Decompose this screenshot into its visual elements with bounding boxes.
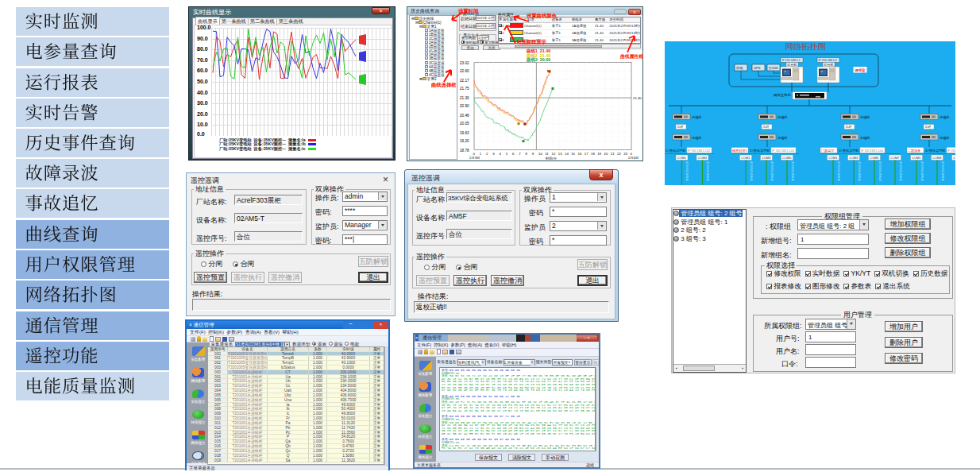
svg-text:21.75: 21.75 (460, 87, 469, 91)
svg-text:调度室: 调度室 (855, 68, 866, 72)
svg-text:多功能仪表电表: 多功能仪表电表 (685, 161, 689, 182)
svg-text:2#通讯管理机: 2#通讯管理机 (750, 149, 770, 153)
svg-text:18: 18 (591, 152, 595, 156)
svg-text:IP 192.168.1.103: IP 192.168.1.103 (772, 149, 794, 153)
svg-text:多功能仪表电表: 多功能仪表电表 (878, 161, 882, 182)
svg-text:光端机: 光端机 (939, 136, 950, 140)
svg-text:光纤: 光纤 (924, 125, 932, 129)
svg-text:光端机: 光端机 (777, 136, 788, 140)
svg-text:COM3: COM3 (762, 156, 771, 160)
svg-text:COM1: COM1 (677, 156, 687, 160)
svg-text:21.30: 21.30 (633, 96, 642, 100)
svg-text:楼层对讲1: 楼层对讲1 (732, 149, 747, 153)
svg-text:COM3: COM3 (698, 156, 708, 160)
svg-text:16: 16 (578, 152, 582, 156)
svg-text:IP 192.168.1.2: IP 192.168.1.2 (819, 59, 837, 62)
svg-text:IP 192.168.1.1: IP 192.168.1.1 (782, 59, 801, 62)
svg-text:IP 192.168.1.105: IP 192.168.1.105 (947, 149, 955, 153)
svg-text:14: 14 (565, 152, 569, 156)
svg-text:多功能仪表电表: 多功能仪表电表 (837, 161, 841, 182)
svg-text:20.90: 20.90 (460, 104, 469, 108)
svg-text:多功能仪表电表: 多功能仪表电表 (920, 161, 924, 182)
svg-text:门禁监控: 门禁监控 (821, 149, 834, 153)
svg-text:1#通讯管理机: 1#通讯管理机 (666, 149, 686, 153)
svg-text:13: 13 (558, 152, 562, 156)
svg-text:多功能仪表电表: 多功能仪表电表 (858, 161, 862, 182)
svg-text:COM3: COM3 (849, 156, 858, 160)
svg-text:22.17: 22.17 (460, 79, 469, 83)
svg-text:光纤: 光纤 (845, 125, 852, 129)
svg-text:22: 22 (617, 152, 621, 156)
svg-text:多功能仪表电表: 多功能仪表电表 (706, 161, 710, 182)
svg-text:光端机: 光端机 (860, 115, 870, 119)
svg-text:18.78: 18.78 (460, 149, 469, 153)
svg-text:20.05: 20.05 (460, 122, 469, 126)
svg-text:23.02: 23.02 (460, 61, 469, 65)
svg-text:3#通讯管理机: 3#通讯管理机 (839, 149, 859, 153)
svg-text:光端机: 光端机 (692, 136, 702, 140)
svg-text:多功能仪表电表: 多功能仪表电表 (791, 161, 795, 182)
svg-text:音响: 音响 (735, 66, 743, 70)
svg-text:后台机: 后台机 (787, 63, 797, 67)
svg-text:19.20: 19.20 (460, 139, 469, 143)
svg-text:COM5: COM5 (953, 156, 955, 160)
svg-text:17: 17 (585, 152, 588, 156)
svg-text:时间/分: 时间/分 (546, 157, 558, 161)
svg-text:4#通讯管理机: 4#通讯管理机 (925, 149, 946, 153)
svg-text:COM1: COM1 (741, 156, 750, 160)
svg-text:多功能仪表电表: 多功能仪表电表 (941, 161, 945, 182)
svg-text:多功能仪表电表: 多功能仪表电表 (770, 161, 774, 182)
svg-text:IP 192.168.1.102: IP 192.168.1.102 (688, 149, 710, 153)
svg-text:网络交换机: 网络交换机 (774, 93, 792, 97)
svg-text:后台机: 后台机 (824, 63, 834, 67)
svg-text:UPS: UPS (754, 66, 761, 70)
svg-text:多功能仪表电表: 多功能仪表电表 (750, 161, 754, 182)
svg-text:21: 21 (611, 152, 615, 156)
svg-text:20: 20 (604, 152, 608, 156)
svg-text:光端机: 光端机 (777, 115, 788, 119)
svg-text:IP 192.168.1.104: IP 192.168.1.104 (861, 149, 883, 153)
svg-text:19.63: 19.63 (460, 131, 469, 135)
svg-text:COM5: COM5 (782, 156, 792, 160)
svg-text:COM3: COM3 (932, 156, 942, 160)
svg-text:19: 19 (597, 152, 601, 156)
svg-text:15: 15 (571, 152, 575, 156)
svg-text:10: 10 (538, 152, 542, 156)
svg-text:22.60: 22.60 (460, 69, 469, 73)
svg-text:COM1: COM1 (828, 156, 838, 160)
svg-text:12: 12 (552, 152, 556, 156)
svg-text:二期设备: 二期设备 (908, 149, 920, 153)
svg-text:COM7: COM7 (890, 156, 900, 160)
svg-text:COM5: COM5 (870, 156, 879, 160)
svg-text:光端机: 光端机 (692, 115, 702, 119)
svg-text:光纤: 光纤 (762, 125, 770, 129)
svg-text:21.30: 21.30 (460, 96, 469, 100)
svg-text:COM1: COM1 (912, 156, 921, 160)
svg-text:20.48: 20.48 (460, 114, 469, 118)
svg-text:光纤: 光纤 (677, 125, 684, 129)
svg-text:2月3日: 2月3日 (469, 156, 480, 160)
svg-text:2月4日: 2月4日 (628, 156, 639, 160)
svg-text:23: 23 (623, 152, 627, 156)
svg-text:光端机: 光端机 (939, 115, 950, 119)
svg-text:11: 11 (545, 152, 549, 156)
svg-text:光端机: 光端机 (860, 136, 870, 140)
svg-text:多功能仪表电表: 多功能仪表电表 (899, 161, 903, 182)
